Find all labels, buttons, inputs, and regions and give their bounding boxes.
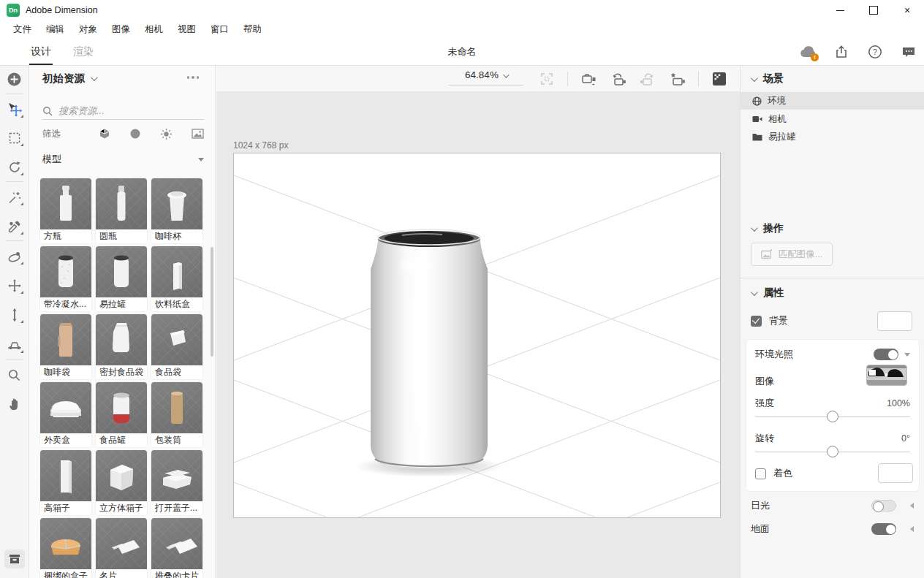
model-item[interactable]: 堆叠的卡片 xyxy=(151,518,202,578)
cloud-sync-warning-icon[interactable]: ! xyxy=(800,44,816,60)
model-item[interactable]: 立方体箱子 xyxy=(96,450,147,515)
orbit-camera-tool[interactable] xyxy=(5,247,24,266)
camera-redo-button xyxy=(640,72,656,86)
toolbar-separator xyxy=(6,240,23,241)
comments-icon[interactable] xyxy=(901,44,917,60)
model-item[interactable]: 带冷凝水... xyxy=(40,246,91,311)
tab-render[interactable]: 渲染 xyxy=(64,38,102,65)
camera-star-button[interactable] xyxy=(669,72,685,86)
ground-toggle[interactable] xyxy=(871,523,896,535)
env-image-thumbnail[interactable] xyxy=(866,365,907,386)
menu-camera[interactable]: 相机 xyxy=(137,21,170,38)
camera-undo-button[interactable] xyxy=(610,72,626,86)
horizon-tool[interactable] xyxy=(5,335,24,354)
3d-scene xyxy=(234,153,720,517)
zoom-level-dropdown[interactable]: 64.84% xyxy=(449,69,523,85)
sampler-tool[interactable] xyxy=(5,217,24,236)
zoom-tool[interactable] xyxy=(5,365,24,384)
maximize-button[interactable] xyxy=(857,0,890,20)
pan-camera-tool[interactable] xyxy=(5,276,24,295)
scene-item-can[interactable]: 易拉罐 xyxy=(741,128,924,145)
close-button[interactable]: × xyxy=(890,0,924,20)
menu-help[interactable]: 帮助 xyxy=(236,21,269,38)
toolbar-separator xyxy=(698,72,699,86)
model-item[interactable]: 包装筒 xyxy=(151,382,202,447)
help-icon[interactable]: ? xyxy=(867,44,883,60)
properties-panel-header[interactable]: 属性 xyxy=(751,286,784,300)
render-canvas[interactable] xyxy=(233,153,721,518)
slider-thumb[interactable] xyxy=(827,446,838,457)
select-marquee-tool[interactable] xyxy=(5,129,24,148)
panel-more-options-button[interactable] xyxy=(187,76,200,79)
share-icon[interactable] xyxy=(833,44,849,60)
search-input[interactable] xyxy=(58,105,183,116)
background-color-swatch[interactable] xyxy=(877,311,912,331)
menu-object[interactable]: 对象 xyxy=(72,21,105,38)
slider-thumb[interactable] xyxy=(827,411,838,422)
hand-tool[interactable] xyxy=(5,395,24,414)
model-item[interactable]: 咖啡袋 xyxy=(40,314,91,379)
scene-item-environment[interactable]: 环境 xyxy=(741,92,924,110)
model-item[interactable]: 捆绑的盒子 xyxy=(40,518,91,578)
tab-design[interactable]: 设计 xyxy=(22,38,60,65)
models-section-header[interactable]: 模型 xyxy=(42,152,204,167)
ground-expand-icon[interactable] xyxy=(910,526,914,532)
model-item[interactable]: 易拉罐 xyxy=(96,246,147,311)
library-toggle-button[interactable] xyxy=(4,550,25,569)
env-light-toggle[interactable] xyxy=(874,349,898,360)
model-thumbnail xyxy=(151,382,202,433)
document-title: 未命名 xyxy=(0,38,924,65)
model-item[interactable]: 咖啡杯 xyxy=(151,178,202,243)
match-image-button[interactable]: 匹配图像... xyxy=(751,243,833,266)
menu-edit[interactable]: 编辑 xyxy=(39,21,72,38)
menu-view[interactable]: 视图 xyxy=(170,21,203,38)
rotate-tool[interactable] xyxy=(5,158,24,177)
filter-images-icon[interactable] xyxy=(192,128,204,139)
actions-panel-header[interactable]: 操作 xyxy=(751,222,784,235)
model-item[interactable]: 圆瓶 xyxy=(96,178,147,243)
magic-wand-tool[interactable] xyxy=(5,188,24,207)
model-item[interactable]: 方瓶 xyxy=(40,178,91,243)
menu-image[interactable]: 图像 xyxy=(105,21,137,38)
filter-materials-icon[interactable] xyxy=(129,128,141,140)
model-thumbnail xyxy=(151,450,202,501)
assets-panel-title[interactable]: 初始资源 xyxy=(42,72,96,85)
tint-checkbox[interactable] xyxy=(755,468,766,479)
model-item[interactable]: 外卖盒 xyxy=(40,382,91,447)
fit-frame-icon xyxy=(539,72,554,86)
models-section-label: 模型 xyxy=(42,153,61,166)
minimize-button[interactable] xyxy=(823,0,857,20)
intensity-slider[interactable] xyxy=(755,411,910,422)
model-item[interactable]: 高箱子 xyxy=(40,450,91,515)
camera-bookmark-button[interactable] xyxy=(581,72,597,86)
app-title: Adobe Dimension xyxy=(26,5,98,15)
filter-models-icon[interactable] xyxy=(99,128,110,140)
model-thumbnail xyxy=(96,246,147,297)
model-item[interactable]: 食品袋 xyxy=(151,314,202,379)
rotation-slider[interactable] xyxy=(755,446,910,457)
add-content-button[interactable] xyxy=(5,69,24,88)
scene-panel-header[interactable]: 场景 xyxy=(751,72,784,85)
tint-color-swatch[interactable] xyxy=(878,463,913,483)
model-item[interactable]: 打开盖子... xyxy=(151,450,202,515)
video-camera-icon xyxy=(752,115,762,123)
model-item[interactable]: 食品罐 xyxy=(96,382,147,447)
model-item[interactable]: 密封食品袋 xyxy=(96,314,147,379)
background-checkbox[interactable] xyxy=(751,316,762,327)
render-preview-button[interactable] xyxy=(712,72,727,86)
menu-window[interactable]: 窗口 xyxy=(203,21,236,38)
select-move-tool[interactable] xyxy=(5,100,24,119)
env-light-dropdown-icon[interactable] xyxy=(904,353,910,357)
assets-scrollbar[interactable] xyxy=(211,247,213,357)
scene-item-camera[interactable]: 相机 xyxy=(741,110,924,128)
model-thumbnail xyxy=(96,382,147,433)
model-item[interactable]: 名片 xyxy=(96,518,147,578)
toolbar-separator xyxy=(6,94,23,94)
toolbar-separator xyxy=(6,181,23,182)
dolly-camera-tool[interactable] xyxy=(5,305,24,324)
model-item[interactable]: 饮料纸盒 xyxy=(151,246,202,311)
sunlight-toggle[interactable] xyxy=(871,500,896,512)
sunlight-expand-icon[interactable] xyxy=(910,503,914,509)
menu-file[interactable]: 文件 xyxy=(6,21,39,38)
filter-lights-icon[interactable] xyxy=(160,128,173,140)
